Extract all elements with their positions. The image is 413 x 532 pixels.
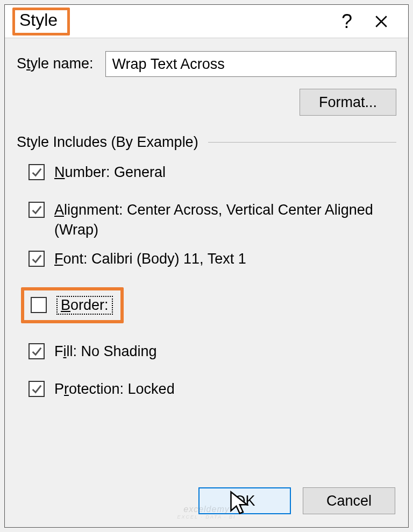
check-label-number: Number: General: [54, 162, 166, 182]
help-icon[interactable]: ?: [330, 10, 364, 33]
check-item-alignment[interactable]: Alignment: Center Across, Vertical Cente…: [29, 200, 396, 239]
check-item-protection[interactable]: Protection: Locked: [29, 379, 396, 399]
checkbox-protection[interactable]: [29, 381, 45, 397]
cancel-button[interactable]: Cancel: [303, 487, 395, 514]
title-bar: Style ?: [5, 5, 408, 38]
checkbox-number[interactable]: [29, 164, 45, 180]
style-name-label: Style name:: [17, 56, 94, 72]
dialog-content: Style name: Format... Style Includes (By…: [5, 38, 408, 399]
check-label-protection: Protection: Locked: [54, 379, 175, 399]
dialog-title: Style: [12, 8, 70, 36]
check-item-border[interactable]: Border:: [21, 287, 124, 323]
check-label-fill: Fill: No Shading: [54, 342, 157, 361]
check-label-border: Border:: [56, 296, 113, 315]
check-item-fill[interactable]: Fill: No Shading: [29, 342, 396, 361]
close-icon[interactable]: [364, 15, 398, 29]
style-name-input[interactable]: [105, 51, 396, 77]
check-item-number[interactable]: Number: General: [29, 162, 396, 182]
style-includes-group: Style Includes (By Example) Number: Gene…: [17, 134, 396, 399]
group-legend-text: Style Includes (By Example): [17, 134, 198, 151]
ok-button[interactable]: OK: [198, 487, 291, 514]
style-name-row: Style name:: [17, 51, 396, 77]
dialog-footer: OK Cancel: [198, 487, 395, 514]
group-legend: Style Includes (By Example): [17, 134, 396, 151]
check-label-font: Font: Calibri (Body) 11, Text 1: [54, 249, 246, 268]
check-list: Number: General Alignment: Center Across…: [17, 162, 396, 399]
checkbox-border[interactable]: [31, 297, 47, 313]
checkbox-fill[interactable]: [29, 343, 45, 359]
checkbox-font[interactable]: [29, 251, 45, 267]
check-item-font[interactable]: Font: Calibri (Body) 11, Text 1: [29, 249, 396, 268]
checkbox-alignment[interactable]: [29, 202, 45, 218]
format-button[interactable]: Format...: [300, 89, 396, 116]
group-legend-line: [208, 142, 396, 143]
check-label-alignment: Alignment: Center Across, Vertical Cente…: [54, 200, 396, 239]
style-dialog: Style ? Style name: Format... Style Incl…: [4, 4, 409, 528]
